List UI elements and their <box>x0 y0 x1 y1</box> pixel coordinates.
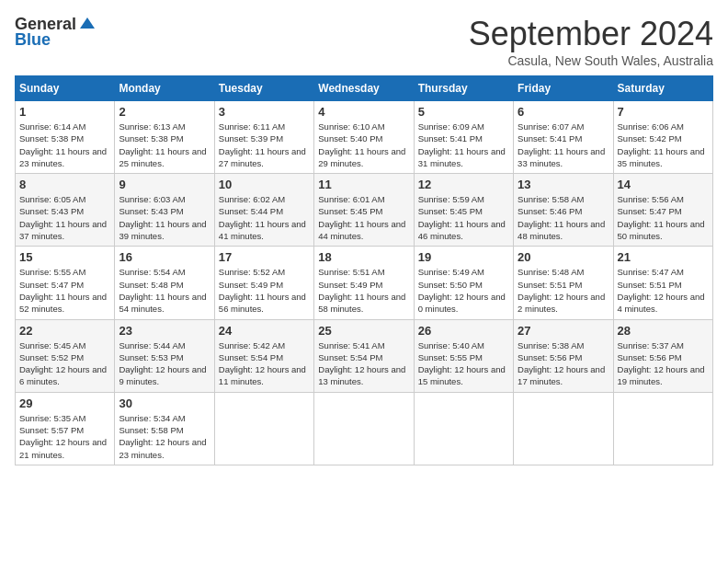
calendar-cell: 18 Sunrise: 5:51 AMSunset: 5:49 PMDaylig… <box>314 247 414 319</box>
day-info: Sunrise: 5:45 AMSunset: 5:52 PMDaylight:… <box>19 340 107 387</box>
calendar-week-row: 29 Sunrise: 5:35 AMSunset: 5:57 PMDaylig… <box>16 392 713 465</box>
weekday-header: Saturday <box>613 76 712 101</box>
calendar-cell: 16 Sunrise: 5:54 AMSunset: 5:48 PMDaylig… <box>115 247 214 319</box>
day-info: Sunrise: 6:01 AMSunset: 5:45 PMDaylight:… <box>318 194 405 241</box>
weekday-header: Friday <box>514 76 613 101</box>
calendar-header-row: SundayMondayTuesdayWednesdayThursdayFrid… <box>16 76 713 101</box>
calendar-cell: 5 Sunrise: 6:09 AMSunset: 5:41 PMDayligh… <box>414 101 513 174</box>
calendar-cell: 24 Sunrise: 5:42 AMSunset: 5:54 PMDaylig… <box>214 319 313 392</box>
day-info: Sunrise: 5:56 AMSunset: 5:47 PMDaylight:… <box>618 194 705 241</box>
day-info: Sunrise: 6:11 AMSunset: 5:39 PMDaylight:… <box>219 121 306 168</box>
day-info: Sunrise: 5:35 AMSunset: 5:57 PMDaylight:… <box>19 413 107 460</box>
calendar-cell <box>214 392 313 465</box>
calendar-cell: 8 Sunrise: 6:05 AMSunset: 5:43 PMDayligh… <box>16 174 115 247</box>
day-number: 2 <box>119 105 210 119</box>
day-info: Sunrise: 6:14 AMSunset: 5:38 PMDaylight:… <box>19 121 107 168</box>
logo: General Blue <box>15 15 97 50</box>
day-info: Sunrise: 5:47 AMSunset: 5:51 PMDaylight:… <box>618 267 705 314</box>
day-number: 1 <box>19 105 110 119</box>
day-number: 6 <box>518 105 609 119</box>
day-info: Sunrise: 5:38 AMSunset: 5:56 PMDaylight:… <box>518 340 605 387</box>
calendar-cell: 28 Sunrise: 5:37 AMSunset: 5:56 PMDaylig… <box>613 319 712 392</box>
day-info: Sunrise: 5:48 AMSunset: 5:51 PMDaylight:… <box>518 267 605 314</box>
logo-blue-text: Blue <box>15 30 51 50</box>
title-section: September 2024 Casula, New South Wales, … <box>469 15 713 68</box>
day-number: 26 <box>418 324 509 338</box>
day-info: Sunrise: 6:07 AMSunset: 5:41 PMDaylight:… <box>518 121 605 168</box>
day-info: Sunrise: 5:42 AMSunset: 5:54 PMDaylight:… <box>219 340 306 387</box>
calendar-cell: 26 Sunrise: 5:40 AMSunset: 5:55 PMDaylig… <box>414 319 513 392</box>
day-number: 25 <box>318 324 409 338</box>
day-number: 7 <box>618 105 709 119</box>
calendar-cell: 10 Sunrise: 6:02 AMSunset: 5:44 PMDaylig… <box>214 174 313 247</box>
day-number: 14 <box>618 178 709 191</box>
calendar-cell: 11 Sunrise: 6:01 AMSunset: 5:45 PMDaylig… <box>314 174 414 247</box>
calendar-cell: 7 Sunrise: 6:06 AMSunset: 5:42 PMDayligh… <box>613 101 712 174</box>
day-number: 16 <box>119 250 210 264</box>
weekday-header: Wednesday <box>314 76 414 101</box>
calendar-week-row: 1 Sunrise: 6:14 AMSunset: 5:38 PMDayligh… <box>16 101 713 174</box>
day-number: 5 <box>418 105 509 119</box>
day-number: 4 <box>318 105 409 119</box>
calendar-cell: 14 Sunrise: 5:56 AMSunset: 5:47 PMDaylig… <box>613 174 712 247</box>
day-number: 18 <box>318 250 409 264</box>
calendar-cell: 4 Sunrise: 6:10 AMSunset: 5:40 PMDayligh… <box>314 101 414 174</box>
calendar-cell <box>314 392 414 465</box>
logo-icon <box>78 16 97 34</box>
calendar-cell: 1 Sunrise: 6:14 AMSunset: 5:38 PMDayligh… <box>16 101 115 174</box>
calendar-cell: 27 Sunrise: 5:38 AMSunset: 5:56 PMDaylig… <box>514 319 613 392</box>
calendar-cell: 9 Sunrise: 6:03 AMSunset: 5:43 PMDayligh… <box>115 174 214 247</box>
day-number: 28 <box>618 324 709 338</box>
calendar-cell: 17 Sunrise: 5:52 AMSunset: 5:49 PMDaylig… <box>214 247 313 319</box>
day-number: 21 <box>618 250 709 264</box>
calendar-cell: 20 Sunrise: 5:48 AMSunset: 5:51 PMDaylig… <box>514 247 613 319</box>
calendar-cell <box>514 392 613 465</box>
calendar-cell: 6 Sunrise: 6:07 AMSunset: 5:41 PMDayligh… <box>514 101 613 174</box>
day-info: Sunrise: 5:41 AMSunset: 5:54 PMDaylight:… <box>318 340 405 387</box>
weekday-header: Tuesday <box>214 76 313 101</box>
day-number: 9 <box>119 178 210 191</box>
day-number: 27 <box>518 324 609 338</box>
calendar-cell <box>414 392 513 465</box>
day-info: Sunrise: 5:34 AMSunset: 5:58 PMDaylight:… <box>119 413 206 460</box>
day-number: 10 <box>219 178 310 191</box>
day-number: 8 <box>19 178 110 191</box>
weekday-header: Thursday <box>414 76 513 101</box>
day-number: 3 <box>219 105 310 119</box>
day-number: 13 <box>518 178 609 191</box>
calendar-week-row: 15 Sunrise: 5:55 AMSunset: 5:47 PMDaylig… <box>16 247 713 319</box>
day-info: Sunrise: 6:09 AMSunset: 5:41 PMDaylight:… <box>418 121 506 168</box>
calendar-cell: 13 Sunrise: 5:58 AMSunset: 5:46 PMDaylig… <box>514 174 613 247</box>
calendar-cell: 3 Sunrise: 6:11 AMSunset: 5:39 PMDayligh… <box>214 101 313 174</box>
day-info: Sunrise: 6:03 AMSunset: 5:43 PMDaylight:… <box>119 194 206 241</box>
day-number: 29 <box>19 396 110 410</box>
day-info: Sunrise: 5:59 AMSunset: 5:45 PMDaylight:… <box>418 194 506 241</box>
day-info: Sunrise: 6:13 AMSunset: 5:38 PMDaylight:… <box>119 121 206 168</box>
location-subtitle: Casula, New South Wales, Australia <box>469 53 713 68</box>
day-info: Sunrise: 6:05 AMSunset: 5:43 PMDaylight:… <box>19 194 107 241</box>
month-title: September 2024 <box>469 15 713 53</box>
page-header: General Blue September 2024 Casula, New … <box>15 15 713 68</box>
calendar-cell: 22 Sunrise: 5:45 AMSunset: 5:52 PMDaylig… <box>16 319 115 392</box>
weekday-header: Sunday <box>16 76 115 101</box>
weekday-header: Monday <box>115 76 214 101</box>
calendar-cell: 21 Sunrise: 5:47 AMSunset: 5:51 PMDaylig… <box>613 247 712 319</box>
day-info: Sunrise: 5:37 AMSunset: 5:56 PMDaylight:… <box>618 340 705 387</box>
calendar-table: SundayMondayTuesdayWednesdayThursdayFrid… <box>15 75 713 465</box>
day-info: Sunrise: 6:02 AMSunset: 5:44 PMDaylight:… <box>219 194 306 241</box>
day-number: 12 <box>418 178 509 191</box>
day-number: 19 <box>418 250 509 264</box>
day-info: Sunrise: 5:55 AMSunset: 5:47 PMDaylight:… <box>19 267 107 314</box>
calendar-week-row: 22 Sunrise: 5:45 AMSunset: 5:52 PMDaylig… <box>16 319 713 392</box>
day-info: Sunrise: 5:58 AMSunset: 5:46 PMDaylight:… <box>518 194 605 241</box>
calendar-week-row: 8 Sunrise: 6:05 AMSunset: 5:43 PMDayligh… <box>16 174 713 247</box>
day-info: Sunrise: 6:10 AMSunset: 5:40 PMDaylight:… <box>318 121 405 168</box>
day-number: 30 <box>119 396 210 410</box>
day-number: 22 <box>19 324 110 338</box>
day-info: Sunrise: 5:40 AMSunset: 5:55 PMDaylight:… <box>418 340 506 387</box>
calendar-cell <box>613 392 712 465</box>
day-info: Sunrise: 5:54 AMSunset: 5:48 PMDaylight:… <box>119 267 206 314</box>
day-number: 20 <box>518 250 609 264</box>
calendar-cell: 25 Sunrise: 5:41 AMSunset: 5:54 PMDaylig… <box>314 319 414 392</box>
svg-marker-0 <box>80 17 95 29</box>
